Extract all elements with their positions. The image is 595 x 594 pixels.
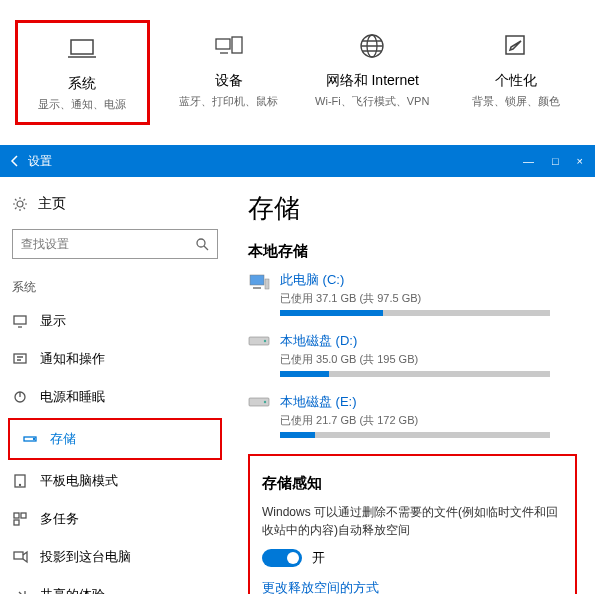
card-title: 设备 bbox=[215, 72, 243, 90]
card-subtitle: Wi-Fi、飞行模式、VPN bbox=[315, 94, 429, 109]
svg-rect-9 bbox=[14, 354, 26, 363]
card-subtitle: 背景、锁屏、颜色 bbox=[472, 94, 560, 109]
svg-rect-0 bbox=[71, 40, 93, 54]
search-icon bbox=[195, 237, 209, 251]
svg-rect-18 bbox=[14, 552, 23, 559]
sidebar-item-storage[interactable]: 存储 bbox=[8, 418, 222, 460]
close-button[interactable]: × bbox=[577, 155, 583, 167]
sidebar-item-tablet[interactable]: 平板电脑模式 bbox=[0, 462, 230, 500]
share-icon bbox=[12, 587, 30, 594]
sidebar-item-notif[interactable]: 通知和操作 bbox=[0, 340, 230, 378]
search-placeholder: 查找设置 bbox=[21, 236, 69, 253]
svg-point-14 bbox=[20, 485, 21, 486]
sidebar-item-power[interactable]: 电源和睡眠 bbox=[0, 378, 230, 416]
card-title: 个性化 bbox=[495, 72, 537, 90]
sidebar-item-label: 共享的体验 bbox=[40, 586, 105, 594]
drive-icon bbox=[248, 395, 270, 411]
storage-sense-header: 存储感知 bbox=[262, 474, 563, 493]
sidebar-home[interactable]: 主页 bbox=[0, 187, 230, 221]
drive-name: 本地磁盘 (D:) bbox=[280, 332, 550, 350]
card-subtitle: 显示、通知、电源 bbox=[38, 97, 126, 112]
toggle-label: 开 bbox=[312, 549, 325, 567]
window-buttons: — □ × bbox=[523, 155, 587, 167]
svg-rect-20 bbox=[250, 275, 264, 285]
svg-point-6 bbox=[17, 201, 23, 207]
power-icon bbox=[12, 389, 30, 405]
svg-rect-17 bbox=[14, 520, 19, 525]
sidebar-item-label: 通知和操作 bbox=[40, 350, 105, 368]
multitask-icon bbox=[12, 511, 30, 527]
svg-rect-16 bbox=[21, 513, 26, 518]
svg-rect-15 bbox=[14, 513, 19, 518]
page-title: 存储 bbox=[248, 191, 577, 226]
main-content: 存储 本地存储 此电脑 (C:)已使用 37.1 GB (共 97.5 GB)本… bbox=[230, 177, 595, 594]
drive-item[interactable]: 本地磁盘 (E:)已使用 21.7 GB (共 172 GB) bbox=[248, 393, 577, 438]
minimize-button[interactable]: — bbox=[523, 155, 534, 167]
sidebar-group-title: 系统 bbox=[0, 273, 230, 302]
storage-icon bbox=[22, 431, 40, 447]
tablet-icon bbox=[12, 473, 30, 489]
card-subtitle: 蓝牙、打印机、鼠标 bbox=[179, 94, 278, 109]
card-devices[interactable]: 设备 蓝牙、打印机、鼠标 bbox=[165, 20, 294, 125]
notif-icon bbox=[12, 351, 30, 367]
pen-icon bbox=[500, 30, 532, 62]
usage-bar bbox=[280, 310, 550, 316]
sidebar-item-label: 投影到这台电脑 bbox=[40, 548, 131, 566]
svg-rect-8 bbox=[14, 316, 26, 324]
card-personalization[interactable]: 个性化 背景、锁屏、颜色 bbox=[452, 20, 581, 125]
drive-item[interactable]: 本地磁盘 (D:)已使用 35.0 GB (共 195 GB) bbox=[248, 332, 577, 377]
window-title: 设置 bbox=[28, 153, 523, 170]
drive-icon bbox=[248, 273, 270, 289]
storage-sense-description: Windows 可以通过删除不需要的文件(例如临时文件和回收站中的内容)自动释放… bbox=[262, 503, 563, 539]
home-label: 主页 bbox=[38, 195, 66, 213]
sidebar-item-label: 电源和睡眠 bbox=[40, 388, 105, 406]
card-title: 系统 bbox=[68, 75, 96, 93]
devices-icon bbox=[213, 30, 245, 62]
change-free-space-link[interactable]: 更改释放空间的方式 bbox=[262, 579, 563, 594]
svg-point-24 bbox=[264, 340, 266, 342]
usage-bar bbox=[280, 432, 550, 438]
svg-point-7 bbox=[197, 239, 205, 247]
storage-sense-section: 存储感知 Windows 可以通过删除不需要的文件(例如临时文件和回收站中的内容… bbox=[248, 454, 577, 594]
sidebar-item-multitask[interactable]: 多任务 bbox=[0, 500, 230, 538]
drive-icon bbox=[248, 334, 270, 350]
usage-bar bbox=[280, 371, 550, 377]
project-icon bbox=[12, 549, 30, 565]
window-titlebar: 设置 — □ × bbox=[0, 145, 595, 177]
svg-point-26 bbox=[264, 401, 266, 403]
storage-sense-toggle[interactable] bbox=[262, 549, 302, 567]
card-system[interactable]: 系统 显示、通知、电源 bbox=[15, 20, 150, 125]
sidebar: 主页 查找设置 系统 显示通知和操作电源和睡眠存储平板电脑模式多任务投影到这台电… bbox=[0, 177, 230, 594]
card-network[interactable]: 网络和 Internet Wi-Fi、飞行模式、VPN bbox=[308, 20, 437, 125]
svg-rect-2 bbox=[232, 37, 242, 53]
card-title: 网络和 Internet bbox=[326, 72, 419, 90]
gear-icon bbox=[12, 196, 28, 212]
sidebar-item-project[interactable]: 投影到这台电脑 bbox=[0, 538, 230, 576]
globe-icon bbox=[356, 30, 388, 62]
drive-item[interactable]: 此电脑 (C:)已使用 37.1 GB (共 97.5 GB) bbox=[248, 271, 577, 316]
laptop-icon bbox=[66, 33, 98, 65]
drive-usage: 已使用 21.7 GB (共 172 GB) bbox=[280, 413, 550, 428]
sidebar-item-label: 多任务 bbox=[40, 510, 79, 528]
settings-category-cards: 系统 显示、通知、电源 设备 蓝牙、打印机、鼠标 网络和 Internet Wi… bbox=[0, 0, 595, 145]
sidebar-item-display[interactable]: 显示 bbox=[0, 302, 230, 340]
local-storage-header: 本地存储 bbox=[248, 242, 577, 261]
drive-usage: 已使用 37.1 GB (共 97.5 GB) bbox=[280, 291, 550, 306]
sidebar-item-label: 存储 bbox=[50, 430, 76, 448]
drive-name: 此电脑 (C:) bbox=[280, 271, 550, 289]
drive-usage: 已使用 35.0 GB (共 195 GB) bbox=[280, 352, 550, 367]
svg-rect-22 bbox=[265, 279, 269, 289]
maximize-button[interactable]: □ bbox=[552, 155, 559, 167]
search-input[interactable]: 查找设置 bbox=[12, 229, 218, 259]
drive-name: 本地磁盘 (E:) bbox=[280, 393, 550, 411]
svg-rect-21 bbox=[253, 287, 261, 289]
svg-rect-1 bbox=[216, 39, 230, 49]
sidebar-item-share[interactable]: 共享的体验 bbox=[0, 576, 230, 594]
sidebar-item-label: 显示 bbox=[40, 312, 66, 330]
svg-point-12 bbox=[34, 439, 35, 440]
sidebar-item-label: 平板电脑模式 bbox=[40, 472, 118, 490]
back-icon[interactable] bbox=[8, 154, 22, 168]
display-icon bbox=[12, 313, 30, 329]
